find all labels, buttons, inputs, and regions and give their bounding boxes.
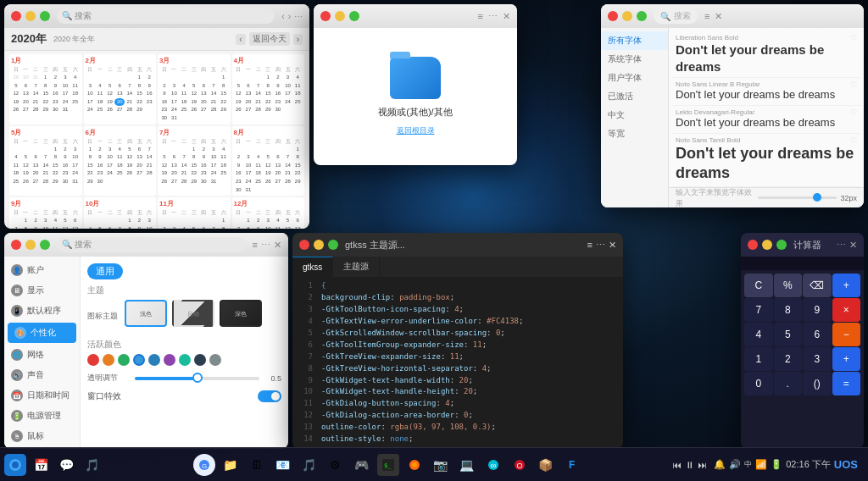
taskbar-package-icon[interactable]: 📦 <box>535 454 557 476</box>
font-category-active[interactable]: 已激活 <box>601 87 668 106</box>
settings-item-network[interactable]: 🌐 网络 <box>4 345 80 365</box>
more-icon[interactable]: ⋯ <box>488 11 498 22</box>
media-prev[interactable]: ⏮ <box>672 460 682 470</box>
code-tab-1[interactable]: gtkss <box>292 257 333 277</box>
minimize-button[interactable] <box>335 11 345 21</box>
color-teal[interactable] <box>179 354 191 366</box>
folder-path-link[interactable]: 返回根目录 <box>397 125 435 136</box>
settings-item-datetime[interactable]: 📅 日期和时间 <box>4 385 80 406</box>
notification-icon[interactable]: 🔔 <box>714 459 726 470</box>
calc-more-icon[interactable]: ⋯ <box>837 240 846 251</box>
close-button[interactable] <box>748 240 758 250</box>
taskbar-email-icon[interactable]: 📧 <box>272 454 294 476</box>
font-category-chinese[interactable]: 中文 <box>601 106 668 124</box>
settings-search[interactable]: 🔍 搜索 <box>57 237 246 252</box>
taskbar-music-icon[interactable]: 🎵 <box>81 454 103 476</box>
network-tray-icon[interactable]: 📶 <box>755 459 767 470</box>
font-category-mono[interactable]: 等宽 <box>601 124 668 143</box>
media-next[interactable]: ⏭ <box>698 460 707 470</box>
calc-btn-backspace[interactable]: ⌫ <box>803 274 832 297</box>
code-more-icon[interactable]: ⋯ <box>596 240 605 251</box>
close-button[interactable] <box>299 240 309 250</box>
settings-item-account[interactable]: 👤 账户 <box>4 260 80 280</box>
settings-more-icon[interactable]: ⋯ <box>261 240 270 251</box>
color-blue2[interactable] <box>148 354 160 366</box>
taskbar-firefox-icon[interactable] <box>403 454 426 476</box>
minimize-button[interactable] <box>25 11 36 21</box>
taskbar-settings-icon[interactable]: ⚙ <box>325 454 347 476</box>
close-button[interactable] <box>11 240 21 250</box>
settings-item-mouse[interactable]: 🖱 鼠标 <box>4 426 80 446</box>
color-green[interactable] <box>118 354 130 366</box>
color-orange[interactable] <box>103 354 114 366</box>
heart-icon-2[interactable]: ♡ <box>850 80 857 89</box>
calendar-prev[interactable]: ‹ <box>281 12 284 21</box>
taskbar-store-icon[interactable]: ∞ <box>482 454 504 476</box>
maximize-button[interactable] <box>637 11 647 21</box>
minimize-button[interactable] <box>622 11 632 21</box>
calc-btn-percent[interactable]: % <box>774 274 803 297</box>
close-button[interactable] <box>11 11 21 21</box>
settings-item-default-apps[interactable]: 📱 默认程序 <box>4 301 80 321</box>
font-category-user[interactable]: 用户字体 <box>601 69 668 87</box>
next-year-btn[interactable]: › <box>293 34 303 45</box>
calc-btn-8[interactable]: 8 <box>774 298 803 322</box>
calc-btn-1[interactable]: 1 <box>744 347 773 371</box>
theme-auto[interactable]: 自动 <box>172 300 214 327</box>
calendar-settings[interactable]: ⋯ <box>294 12 303 21</box>
taskbar-calendar2-icon[interactable]: 🗓 <box>246 454 268 476</box>
calc-btn-7[interactable]: 7 <box>744 298 773 322</box>
today-btn[interactable]: 返回今天 <box>249 32 290 46</box>
settings-item-sound[interactable]: 🔊 声音 <box>4 365 80 385</box>
color-purple[interactable] <box>164 354 175 366</box>
taskbar-music2-icon[interactable]: 🎵 <box>298 454 320 476</box>
maximize-button[interactable] <box>40 240 50 250</box>
maximize-button[interactable] <box>328 240 338 250</box>
calc-btn-plus-top[interactable]: + <box>832 274 861 297</box>
calendar-next[interactable]: › <box>288 12 291 21</box>
close-icon[interactable]: ✕ <box>503 11 510 22</box>
theme-dark[interactable]: 深色 <box>220 300 262 327</box>
maximize-button[interactable] <box>776 240 787 250</box>
taskbar-opera-icon[interactable]: O <box>509 454 531 476</box>
code-close-icon[interactable]: ✕ <box>609 240 616 251</box>
color-blue-selected[interactable] <box>133 354 145 366</box>
calc-btn-0[interactable]: 0 <box>744 372 773 395</box>
taskbar-browser-icon[interactable]: G <box>193 454 215 476</box>
calendar-search[interactable]: 🔍 搜索 <box>57 8 275 24</box>
calc-btn-dot[interactable]: . <box>774 372 803 395</box>
font-input-placeholder[interactable]: 输入文字来预览字体效果 <box>676 187 754 208</box>
font-category-all[interactable]: 所有字体 <box>601 31 668 50</box>
taskbar-vm-icon[interactable]: 💻 <box>456 454 478 476</box>
sound-icon[interactable]: 🔊 <box>729 459 741 470</box>
calc-btn-9[interactable]: 9 <box>803 298 832 322</box>
close-icon[interactable]: ✕ <box>715 11 722 22</box>
menu-icon[interactable]: ≡ <box>704 11 709 22</box>
taskbar-filemanager-icon[interactable]: 📁 <box>220 454 242 476</box>
menu-icon[interactable]: ≡ <box>478 11 483 22</box>
settings-item-power[interactable]: 🔋 电源管理 <box>4 406 80 426</box>
code-menu-icon[interactable]: ≡ <box>587 240 593 251</box>
settings-menu-icon[interactable]: ≡ <box>253 240 258 251</box>
effects-toggle[interactable] <box>258 390 281 402</box>
settings-item-personalization[interactable]: 🎨 个性化 <box>8 323 76 343</box>
calc-btn-plus-bottom[interactable]: + <box>832 347 861 371</box>
close-button[interactable] <box>608 11 618 21</box>
system-time[interactable]: 02:16 下午 <box>786 458 831 471</box>
calc-btn-c[interactable]: C <box>744 274 773 297</box>
minimize-button[interactable] <box>25 240 36 250</box>
maximize-button[interactable] <box>40 11 50 21</box>
code-tab-2[interactable]: 主题源 <box>333 257 380 277</box>
calc-btn-2[interactable]: 2 <box>774 347 803 371</box>
calc-btn-multiply[interactable]: × <box>832 298 861 322</box>
settings-close-icon[interactable]: ✕ <box>274 240 281 251</box>
calc-btn-5[interactable]: 5 <box>774 323 803 346</box>
calc-close-icon[interactable]: ✕ <box>849 240 857 251</box>
calc-btn-6[interactable]: 6 <box>803 323 832 346</box>
heart-icon-4[interactable]: ♡ <box>850 136 857 145</box>
keyboard-layout-icon[interactable]: 中 <box>744 459 752 470</box>
calc-btn-4[interactable]: 4 <box>744 323 773 346</box>
taskbar-fontmgr-icon[interactable]: F <box>561 454 583 476</box>
color-dark[interactable] <box>194 354 206 366</box>
settings-tab-general[interactable]: 通用 <box>87 263 123 279</box>
